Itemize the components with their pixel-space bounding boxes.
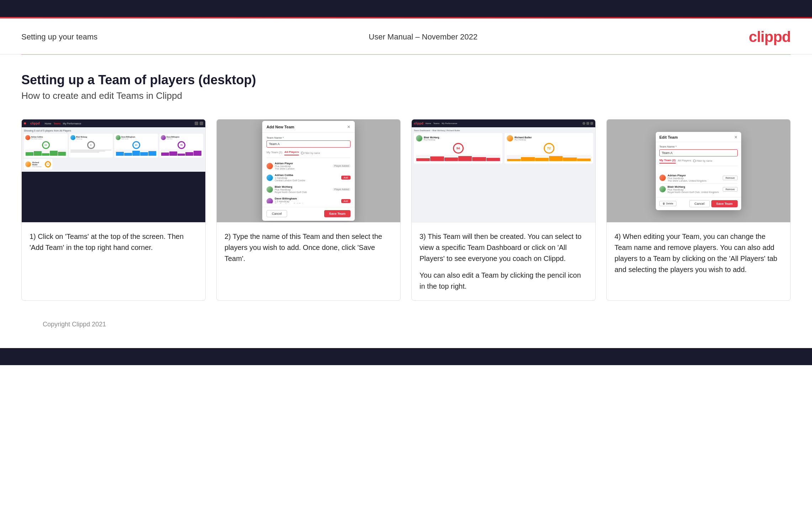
edit-dialog-header: Edit Team ✕ xyxy=(656,132,741,142)
ss3-icon-2 xyxy=(586,122,589,125)
screenshot-4: Edit Team ✕ Team Name * Team A My Team (… xyxy=(607,119,790,223)
ss1-nav-home: Home xyxy=(45,122,52,125)
player-list-item-1: Adrian Player Plus HandicapThe Shire Lon… xyxy=(267,161,350,171)
dialog-2-tabs: My Team (2) All Players Filter by name xyxy=(267,150,350,158)
ss3-chart-blair xyxy=(416,155,500,161)
edit-dialog-footer: 🗑 Delete Cancel Save Team xyxy=(656,197,741,210)
edit-delete-button[interactable]: 🗑 Delete xyxy=(659,201,676,206)
ss1-bottom-score: 72 xyxy=(45,161,51,167)
edit-save-button[interactable]: Save Team xyxy=(711,200,738,207)
edit-name-2: Blair McHarg xyxy=(668,185,719,188)
dialog-2-team-name-input[interactable]: Team A xyxy=(267,140,350,148)
ss3-icon-3 xyxy=(590,122,593,125)
ss3-avatar-richard xyxy=(507,135,513,142)
card-3-text: 3) This Team will then be created. You c… xyxy=(412,223,595,300)
page-subtitle: How to create and edit Teams in Clippd xyxy=(21,90,791,101)
edit-player-item-1: Adrian Player Plus HandicapThe Shire Lon… xyxy=(659,172,738,184)
pli-avatar-3 xyxy=(267,186,273,193)
edit-player-list: Adrian Player Plus HandicapThe Shire Lon… xyxy=(656,170,741,197)
pli-badge-1: Player Added xyxy=(333,164,350,167)
edit-club-2: Plus HandicapRoyal North Devon Golf Club… xyxy=(668,188,719,193)
ss3-nav-icons xyxy=(582,122,593,125)
ss1-score-3: 94 xyxy=(132,141,140,149)
edit-tab-filter: Filter by name xyxy=(693,160,712,162)
ss1-subtitle: Showing 5 out of 5 players from All Play… xyxy=(24,129,203,132)
ss3-logo: clippd xyxy=(414,122,423,125)
edit-tab-myteam[interactable]: My Team (2) xyxy=(659,159,676,164)
dialog-2-tab-myteam[interactable]: My Team (2) xyxy=(267,151,282,155)
edit-avatar-2 xyxy=(659,186,666,192)
edit-team-dialog: Edit Team ✕ Team Name * Team A My Team (… xyxy=(656,132,741,210)
edit-dialog-tabs: My Team (2) All Players Filter by name xyxy=(659,159,738,166)
card-3: clippd Home Teams My Performance Team Da… xyxy=(411,119,596,301)
edit-dialog-title: Edit Team xyxy=(659,135,678,139)
ss1-chart-3 xyxy=(116,150,157,156)
ss1-close-dot xyxy=(24,122,26,124)
dialog-2-team-name-label: Team Name * xyxy=(267,136,350,139)
edit-tab-allplayers[interactable]: All Players xyxy=(678,159,691,163)
ss3-body: Team Dashboard – Blair McHarg | Richard … xyxy=(412,127,595,166)
player-list-item-4: Dave Billingham 1.5 HandicapThe Gog Mago… xyxy=(267,196,350,203)
copyright-text: Copyright Clippd 2021 xyxy=(43,321,106,328)
ss1-bottom-card: Richard Butler Plus Handicap 72 xyxy=(24,159,52,170)
edit-avatar-1 xyxy=(659,175,666,181)
ss1-player-sub-2: Handicap xyxy=(76,138,87,140)
card-1-description: 1) Click on 'Teams' at the top of the sc… xyxy=(30,233,184,251)
edit-team-name-input[interactable]: Team A xyxy=(659,149,738,156)
pli-club-1: Plus HandicapThe Shire London xyxy=(275,165,295,170)
ss1-avatar-2 xyxy=(70,135,75,140)
dialog-2-close[interactable]: ✕ xyxy=(347,124,350,129)
card-2: Add New Team ✕ Team Name * Team A My Tea… xyxy=(216,119,401,301)
ss1-card-1: Adrian Collins The Shire London 84 xyxy=(24,134,68,158)
cards-grid: clippd Home Teams My Performance Showing… xyxy=(21,119,791,301)
screenshot-1: clippd Home Teams My Performance Showing… xyxy=(22,119,205,223)
ss1-chart-1 xyxy=(25,150,66,156)
ss1-player-name-4: Dave Billington xyxy=(167,136,179,138)
page-title: Setting up a Team of players (desktop) xyxy=(21,73,791,87)
ss3-nav-perf: My Performance xyxy=(442,122,457,124)
dialog-2-save-button[interactable]: Save Team xyxy=(324,210,350,217)
dialog-2-tab-allplayers[interactable]: All Players xyxy=(284,150,299,155)
pli-name-3: Blair McHarg xyxy=(275,185,307,188)
ss1-nav-items: Home Teams My Performance xyxy=(45,122,81,125)
pli-club-4: 1.5 HandicapThe Gog Magog Golf Club xyxy=(275,200,304,203)
ss3-avatar-blair xyxy=(416,135,422,142)
edit-cancel-button[interactable]: Cancel xyxy=(689,200,710,207)
edit-footer-right: Cancel Save Team xyxy=(689,200,738,207)
card-3-desc-2: You can also edit a Team by clicking the… xyxy=(420,270,587,292)
ss3-nav-teams: Teams xyxy=(433,122,440,124)
edit-club-1: Plus HandicapThe Shire London, United Ki… xyxy=(668,177,706,182)
ss3-sub-blair: Plus Handicap xyxy=(424,139,439,141)
pli-add-btn-2[interactable]: Add xyxy=(341,176,350,180)
ss3-name-richard: Richard Butler xyxy=(515,136,532,139)
pli-add-btn-4[interactable]: Add xyxy=(341,199,350,203)
edit-dialog-close[interactable]: ✕ xyxy=(734,135,738,140)
pli-name-1: Adrian Player xyxy=(275,162,295,165)
edit-remove-btn-2[interactable]: Remove xyxy=(723,187,738,192)
ss3-nav: clippd Home Teams My Performance xyxy=(412,119,595,127)
pli-club-3: Plus HandicapRoyal North Devon Golf Club xyxy=(275,188,307,193)
ss1-score-1: 84 xyxy=(42,141,50,149)
card-4-description: 4) When editing your Team, you can chang… xyxy=(615,233,777,273)
ss1-card-4: Dave Billington Golf Club 78 xyxy=(159,134,203,158)
ss1-score-2: 0 xyxy=(87,141,95,149)
pli-avatar-4 xyxy=(267,198,273,204)
player-list-item-3: Blair McHarg Plus HandicapRoyal North De… xyxy=(267,184,350,194)
card-2-description: 2) Type the name of this Team and then s… xyxy=(225,233,382,262)
ss3-card-richard: Richard Butler Plus Handicap 72 xyxy=(505,133,593,164)
card-2-text: 2) Type the name of this Team and then s… xyxy=(217,223,400,273)
ss1-logo: clippd xyxy=(30,122,40,125)
ss3-name-blair: Blair McHarg xyxy=(424,136,439,139)
edit-remove-btn-1[interactable]: Remove xyxy=(723,176,738,180)
ss1-player-sub-3: Golf Centre xyxy=(121,138,135,140)
card-1: clippd Home Teams My Performance Showing… xyxy=(21,119,206,301)
ss1-player-name-3: Dave Billingham xyxy=(121,136,135,138)
ss1-avatar-4 xyxy=(161,135,166,140)
dialog-2-cancel-button[interactable]: Cancel xyxy=(267,210,287,217)
ss1-chart-4 xyxy=(161,150,202,156)
card-1-text: 1) Click on 'Teams' at the top of the sc… xyxy=(22,223,205,262)
card-4: Edit Team ✕ Team Name * Team A My Team (… xyxy=(606,119,791,301)
header-left-text: Setting up your teams xyxy=(21,32,97,42)
screenshot-2: Add New Team ✕ Team Name * Team A My Tea… xyxy=(217,119,400,223)
ss1-player-sub-1: The Shire London xyxy=(31,138,43,140)
